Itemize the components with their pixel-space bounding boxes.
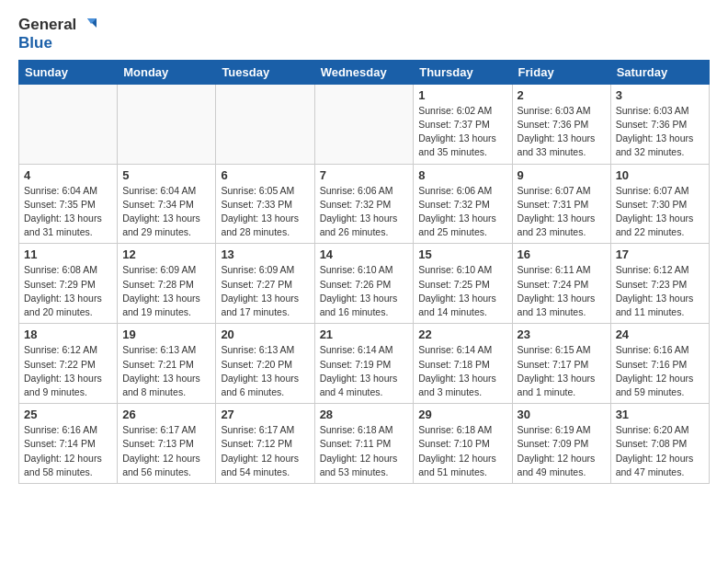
week-row-2: 4Sunrise: 6:04 AMSunset: 7:35 PMDaylight… (19, 164, 710, 244)
day-number: 27 (221, 408, 309, 421)
day-cell: 3Sunrise: 6:03 AMSunset: 7:36 PMDaylight… (610, 84, 709, 164)
col-header-wednesday: Wednesday (314, 60, 414, 84)
day-info: Sunrise: 6:17 AMSunset: 7:12 PMDaylight:… (221, 423, 309, 479)
day-info: Sunrise: 6:20 AMSunset: 7:08 PMDaylight:… (616, 423, 704, 479)
day-info: Sunrise: 6:12 AMSunset: 7:22 PMDaylight:… (24, 343, 112, 399)
day-cell: 9Sunrise: 6:07 AMSunset: 7:31 PMDaylight… (512, 164, 610, 244)
day-cell: 13Sunrise: 6:09 AMSunset: 7:27 PMDayligh… (216, 244, 314, 324)
calendar-header-row: SundayMondayTuesdayWednesdayThursdayFrid… (19, 60, 710, 84)
col-header-sunday: Sunday (19, 60, 118, 84)
day-cell: 17Sunrise: 6:12 AMSunset: 7:23 PMDayligh… (610, 244, 709, 324)
col-header-friday: Friday (512, 60, 610, 84)
day-cell: 15Sunrise: 6:10 AMSunset: 7:25 PMDayligh… (414, 244, 512, 324)
day-number: 12 (122, 247, 210, 261)
day-number: 19 (122, 327, 210, 341)
day-number: 8 (418, 168, 506, 182)
day-cell: 4Sunrise: 6:04 AMSunset: 7:35 PMDaylight… (19, 164, 118, 244)
day-number: 2 (518, 88, 606, 102)
day-cell: 25Sunrise: 6:16 AMSunset: 7:14 PMDayligh… (19, 404, 118, 484)
day-info: Sunrise: 6:13 AMSunset: 7:20 PMDaylight:… (221, 343, 309, 399)
day-info: Sunrise: 6:11 AMSunset: 7:24 PMDaylight:… (518, 263, 606, 319)
day-number: 3 (616, 88, 704, 102)
day-info: Sunrise: 6:02 AMSunset: 7:37 PMDaylight:… (418, 104, 506, 160)
day-number: 17 (616, 247, 704, 261)
day-number: 21 (320, 327, 409, 341)
day-number: 13 (221, 247, 309, 261)
calendar: SundayMondayTuesdayWednesdayThursdayFrid… (18, 60, 710, 484)
day-info: Sunrise: 6:07 AMSunset: 7:31 PMDaylight:… (518, 184, 606, 240)
day-number: 14 (320, 247, 409, 261)
day-cell: 16Sunrise: 6:11 AMSunset: 7:24 PMDayligh… (512, 244, 610, 324)
day-info: Sunrise: 6:14 AMSunset: 7:19 PMDaylight:… (320, 343, 409, 399)
day-info: Sunrise: 6:04 AMSunset: 7:35 PMDaylight:… (24, 184, 112, 240)
day-info: Sunrise: 6:06 AMSunset: 7:32 PMDaylight:… (320, 184, 409, 240)
day-cell: 28Sunrise: 6:18 AMSunset: 7:11 PMDayligh… (314, 404, 414, 484)
day-number: 15 (418, 247, 506, 261)
day-cell: 10Sunrise: 6:07 AMSunset: 7:30 PMDayligh… (610, 164, 709, 244)
day-cell: 1Sunrise: 6:02 AMSunset: 7:37 PMDaylight… (414, 84, 512, 164)
day-info: Sunrise: 6:14 AMSunset: 7:18 PMDaylight:… (418, 343, 506, 399)
day-number: 26 (122, 408, 210, 421)
day-info: Sunrise: 6:03 AMSunset: 7:36 PMDaylight:… (616, 104, 704, 160)
day-cell: 27Sunrise: 6:17 AMSunset: 7:12 PMDayligh… (216, 404, 314, 484)
day-number: 9 (518, 168, 606, 182)
day-cell: 22Sunrise: 6:14 AMSunset: 7:18 PMDayligh… (414, 324, 512, 404)
day-number: 25 (24, 408, 112, 421)
day-cell: 24Sunrise: 6:16 AMSunset: 7:16 PMDayligh… (610, 324, 709, 404)
day-cell: 11Sunrise: 6:08 AMSunset: 7:29 PMDayligh… (19, 244, 118, 324)
col-header-saturday: Saturday (610, 60, 709, 84)
day-info: Sunrise: 6:07 AMSunset: 7:30 PMDaylight:… (616, 184, 704, 240)
day-info: Sunrise: 6:17 AMSunset: 7:13 PMDaylight:… (122, 423, 210, 479)
day-cell: 29Sunrise: 6:18 AMSunset: 7:10 PMDayligh… (414, 404, 512, 484)
header: General Blue (18, 15, 710, 52)
day-info: Sunrise: 6:06 AMSunset: 7:32 PMDaylight:… (418, 184, 506, 240)
day-cell: 21Sunrise: 6:14 AMSunset: 7:19 PMDayligh… (314, 324, 414, 404)
day-number: 30 (518, 408, 606, 421)
day-number: 7 (320, 168, 409, 182)
day-info: Sunrise: 6:16 AMSunset: 7:14 PMDaylight:… (24, 423, 112, 479)
day-number: 11 (24, 247, 112, 261)
day-cell: 19Sunrise: 6:13 AMSunset: 7:21 PMDayligh… (118, 324, 216, 404)
day-info: Sunrise: 6:09 AMSunset: 7:28 PMDaylight:… (122, 263, 210, 319)
day-cell (118, 84, 216, 164)
day-cell: 31Sunrise: 6:20 AMSunset: 7:08 PMDayligh… (610, 404, 709, 484)
day-cell: 5Sunrise: 6:04 AMSunset: 7:34 PMDaylight… (118, 164, 216, 244)
day-info: Sunrise: 6:04 AMSunset: 7:34 PMDaylight:… (122, 184, 210, 240)
logo-bird-icon (78, 15, 98, 35)
day-info: Sunrise: 6:03 AMSunset: 7:36 PMDaylight:… (518, 104, 606, 160)
day-cell: 14Sunrise: 6:10 AMSunset: 7:26 PMDayligh… (314, 244, 414, 324)
day-number: 28 (320, 408, 409, 421)
day-cell: 18Sunrise: 6:12 AMSunset: 7:22 PMDayligh… (19, 324, 118, 404)
day-info: Sunrise: 6:10 AMSunset: 7:25 PMDaylight:… (418, 263, 506, 319)
col-header-thursday: Thursday (414, 60, 512, 84)
day-info: Sunrise: 6:05 AMSunset: 7:33 PMDaylight:… (221, 184, 309, 240)
day-cell: 20Sunrise: 6:13 AMSunset: 7:20 PMDayligh… (216, 324, 314, 404)
logo-general: General (18, 17, 76, 34)
day-cell: 7Sunrise: 6:06 AMSunset: 7:32 PMDaylight… (314, 164, 414, 244)
week-row-1: 1Sunrise: 6:02 AMSunset: 7:37 PMDaylight… (19, 84, 710, 164)
day-number: 22 (418, 327, 506, 341)
day-number: 10 (616, 168, 704, 182)
day-info: Sunrise: 6:19 AMSunset: 7:09 PMDaylight:… (518, 423, 606, 479)
day-number: 18 (24, 327, 112, 341)
day-info: Sunrise: 6:15 AMSunset: 7:17 PMDaylight:… (518, 343, 606, 399)
logo: General Blue (18, 15, 98, 52)
week-row-3: 11Sunrise: 6:08 AMSunset: 7:29 PMDayligh… (19, 244, 710, 324)
day-cell (314, 84, 414, 164)
day-number: 29 (418, 408, 506, 421)
day-cell: 8Sunrise: 6:06 AMSunset: 7:32 PMDaylight… (414, 164, 512, 244)
day-info: Sunrise: 6:18 AMSunset: 7:10 PMDaylight:… (418, 423, 506, 479)
day-number: 16 (518, 247, 606, 261)
logo-blue: Blue (18, 35, 52, 52)
day-number: 5 (122, 168, 210, 182)
day-cell: 12Sunrise: 6:09 AMSunset: 7:28 PMDayligh… (118, 244, 216, 324)
day-number: 6 (221, 168, 309, 182)
day-cell: 23Sunrise: 6:15 AMSunset: 7:17 PMDayligh… (512, 324, 610, 404)
day-info: Sunrise: 6:16 AMSunset: 7:16 PMDaylight:… (616, 343, 704, 399)
day-info: Sunrise: 6:10 AMSunset: 7:26 PMDaylight:… (320, 263, 409, 319)
day-cell: 2Sunrise: 6:03 AMSunset: 7:36 PMDaylight… (512, 84, 610, 164)
day-number: 4 (24, 168, 112, 182)
day-cell: 26Sunrise: 6:17 AMSunset: 7:13 PMDayligh… (118, 404, 216, 484)
day-info: Sunrise: 6:09 AMSunset: 7:27 PMDaylight:… (221, 263, 309, 319)
day-number: 23 (518, 327, 606, 341)
